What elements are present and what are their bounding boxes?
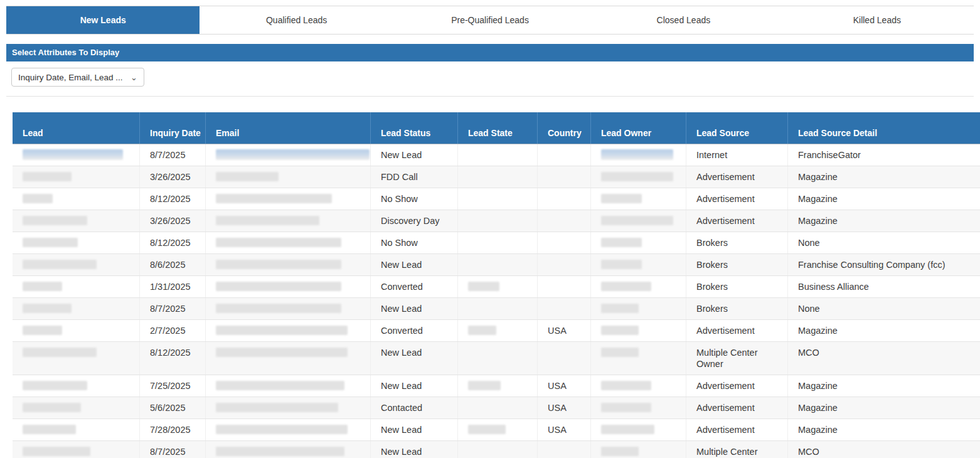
cell-lead-status: New Lead — [370, 375, 457, 397]
redacted-lead-owner — [601, 348, 639, 357]
cell-lead-source-detail: None — [787, 232, 980, 253]
cell-inquiry-date: 8/7/2025 — [139, 144, 205, 166]
redacted-email — [216, 403, 338, 412]
lead-stage-tab-bar: New Leads Qualified Leads Pre-Qualified … — [6, 6, 974, 35]
redacted-email — [216, 149, 370, 160]
cell-email — [205, 397, 370, 418]
cell-inquiry-date: 2/7/2025 — [139, 320, 205, 341]
table-body: 8/7/2025New LeadInternetFranchiseGator3/… — [13, 144, 980, 458]
cell-email — [205, 276, 370, 297]
redacted-email — [216, 381, 344, 390]
cell-lead-owner — [590, 441, 686, 458]
cell-country — [537, 232, 590, 253]
redacted-lead-state — [468, 282, 499, 291]
cell-lead-state — [457, 320, 537, 341]
cell-lead-owner — [590, 320, 686, 341]
leads-table: Lead Inquiry Date Email Lead Status Lead… — [13, 112, 980, 458]
header-cell-lead-status: Lead Status — [370, 112, 457, 144]
attributes-dropdown[interactable]: Inquiry Date, Email, Lead ... ⌄ — [11, 68, 144, 87]
tab-closed-leads[interactable]: Closed Leads — [587, 6, 780, 34]
cell-lead-name — [13, 166, 139, 188]
cell-country — [537, 210, 590, 232]
redacted-email — [216, 194, 332, 203]
cell-lead-state — [457, 144, 537, 166]
tab-label: New Leads — [80, 15, 126, 25]
cell-lead-status: Converted — [370, 276, 457, 297]
redacted-lead-owner — [601, 403, 651, 412]
tab-qualified-leads[interactable]: Qualified Leads — [200, 6, 393, 34]
redacted-email — [216, 282, 341, 291]
cell-lead-status: New Lead — [370, 342, 457, 375]
redacted-lead-name — [23, 194, 53, 203]
redacted-lead-owner — [601, 304, 639, 313]
cell-lead-state — [457, 298, 537, 319]
table-row: 8/12/2025New LeadMultiple Center OwnerMC… — [13, 342, 980, 375]
cell-email — [205, 441, 370, 458]
cell-inquiry-date: 7/28/2025 — [139, 419, 205, 440]
cell-lead-state — [457, 232, 537, 253]
cell-lead-source: Advertisement — [686, 166, 787, 188]
cell-lead-name — [13, 188, 139, 210]
cell-lead-status: New Lead — [370, 254, 457, 275]
redacted-lead-owner — [601, 260, 642, 269]
cell-lead-status: Contacted — [370, 397, 457, 418]
tab-killed-leads[interactable]: Killed Leads — [780, 6, 974, 34]
cell-inquiry-date: 5/6/2025 — [139, 397, 205, 418]
attributes-dropdown-value: Inquiry Date, Email, Lead ... — [18, 73, 123, 82]
cell-inquiry-date: 8/7/2025 — [139, 298, 205, 319]
redacted-lead-state — [468, 381, 501, 390]
cell-inquiry-date: 8/6/2025 — [139, 254, 205, 275]
table-row: 1/31/2025ConvertedBrokersBusiness Allian… — [13, 276, 980, 298]
cell-lead-owner — [590, 232, 686, 253]
cell-lead-state — [457, 254, 537, 275]
header-cell-email: Email — [205, 112, 370, 144]
cell-country — [537, 188, 590, 210]
redacted-lead-owner — [601, 172, 673, 181]
cell-inquiry-date: 8/12/2025 — [139, 232, 205, 253]
redacted-lead-owner — [601, 447, 639, 456]
cell-lead-source-detail: Magazine — [787, 166, 980, 188]
cell-lead-name — [13, 298, 139, 319]
cell-inquiry-date: 3/26/2025 — [139, 166, 205, 188]
table-row: 8/7/2025New LeadMultiple Center OwnerMCO — [13, 441, 980, 458]
table-row: 2/7/2025ConvertedUSAAdvertisementMagazin… — [13, 320, 980, 342]
cell-lead-status: No Show — [370, 188, 457, 210]
cell-lead-source-detail: Magazine — [787, 397, 980, 418]
redacted-lead-name — [23, 381, 87, 390]
cell-lead-state — [457, 276, 537, 297]
cell-lead-owner — [590, 298, 686, 319]
cell-lead-source-detail: None — [787, 298, 980, 319]
cell-lead-source-detail: Magazine — [787, 375, 980, 397]
redacted-lead-owner — [601, 216, 673, 225]
cell-email — [205, 210, 370, 232]
cell-lead-source-detail: MCO — [787, 342, 980, 375]
cell-email — [205, 166, 370, 188]
cell-lead-owner — [590, 254, 686, 275]
tab-pre-qualified-leads[interactable]: Pre-Qualified Leads — [393, 6, 587, 34]
cell-lead-source: Multiple Center Owner — [686, 342, 787, 375]
cell-lead-source: Advertisement — [686, 419, 787, 440]
redacted-email — [216, 447, 344, 456]
redacted-lead-name[interactable] — [23, 149, 123, 160]
redacted-email — [216, 172, 279, 181]
cell-lead-source-detail: Magazine — [787, 419, 980, 440]
cell-inquiry-date: 8/12/2025 — [139, 188, 205, 210]
table-row: 7/28/2025New LeadUSAAdvertisementMagazin… — [13, 419, 980, 441]
cell-lead-status: New Lead — [370, 441, 457, 458]
table-row: 7/25/2025New LeadUSAAdvertisementMagazin… — [13, 375, 980, 397]
cell-lead-status: New Lead — [370, 298, 457, 319]
table-row: 8/12/2025No ShowAdvertisementMagazine — [13, 188, 980, 210]
cell-lead-state — [457, 342, 537, 375]
cell-country — [537, 144, 590, 166]
cell-lead-state — [457, 419, 537, 440]
tab-new-leads[interactable]: New Leads — [6, 6, 200, 34]
cell-lead-source: Brokers — [686, 276, 787, 297]
table-row: 8/7/2025New LeadBrokersNone — [13, 298, 980, 320]
cell-inquiry-date: 7/25/2025 — [139, 375, 205, 397]
redacted-lead-owner — [601, 381, 651, 390]
redacted-lead-owner — [601, 194, 642, 203]
cell-lead-name — [13, 144, 139, 166]
redacted-lead-state — [468, 326, 496, 335]
cell-lead-source: Advertisement — [686, 375, 787, 397]
cell-lead-owner — [590, 276, 686, 297]
